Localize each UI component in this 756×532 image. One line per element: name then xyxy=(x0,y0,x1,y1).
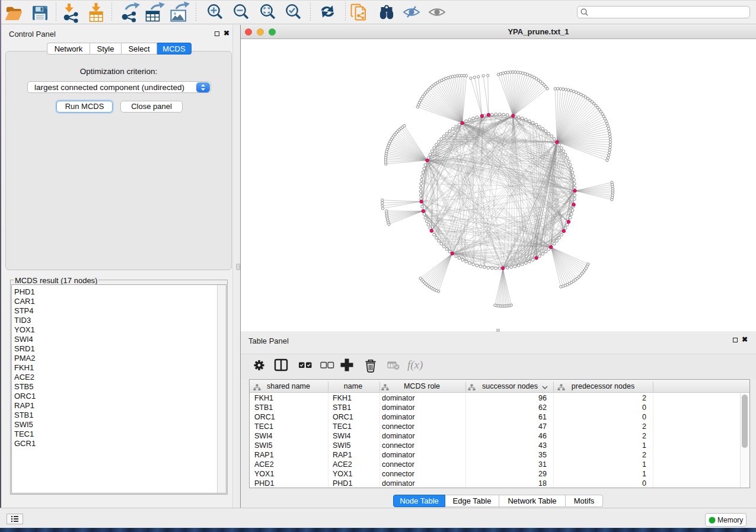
svg-text:f(x): f(x) xyxy=(407,358,423,371)
